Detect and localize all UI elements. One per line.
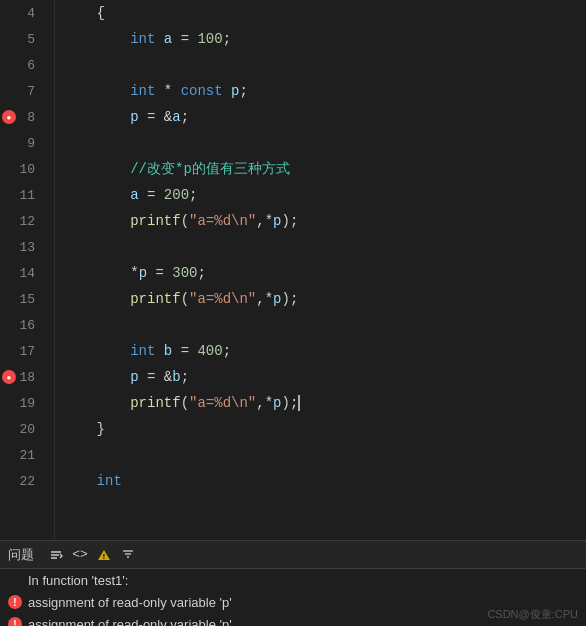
code-token: "a=%d\n" <box>189 291 256 307</box>
code-token <box>63 213 130 229</box>
code-token: int <box>97 473 122 489</box>
gutter-row: 6 <box>0 52 54 78</box>
svg-text:!: ! <box>102 552 107 561</box>
code-token: b <box>172 369 180 385</box>
code-token: p <box>130 109 138 125</box>
code-line: printf("a=%d\n",*p); <box>63 208 586 234</box>
code-token: 100 <box>197 31 222 47</box>
gutter-row: 13 <box>0 234 54 260</box>
gutter-row: 17 <box>0 338 54 364</box>
code-token: = <box>139 187 164 203</box>
gutter-row: 14 <box>0 260 54 286</box>
code-area[interactable]: { int a = 100; int * const p; p = &a; //… <box>55 0 586 540</box>
gutter-row: 19 <box>0 390 54 416</box>
gutter-row: 15 <box>0 286 54 312</box>
code-line: p = &a; <box>63 104 586 130</box>
gutter-row: 7 <box>0 78 54 104</box>
code-token <box>155 31 163 47</box>
gutter-row: 22 <box>0 468 54 494</box>
code-token: "a=%d\n" <box>189 213 256 229</box>
gutter-row: 12 <box>0 208 54 234</box>
code-line: int b = 400; <box>63 338 586 364</box>
code-line: //改变*p的值有三种方式 <box>63 156 586 182</box>
problems-title: 问题 <box>8 546 34 564</box>
code-line <box>63 130 586 156</box>
line-number: 16 <box>0 318 45 333</box>
error-indicator: ● <box>2 110 16 124</box>
code-line: printf("a=%d\n",*p); <box>63 286 586 312</box>
code-token <box>223 83 231 99</box>
code-token: = & <box>139 369 173 385</box>
code-token: 400 <box>197 343 222 359</box>
code-line: int * const p; <box>63 78 586 104</box>
gutter-row: 20 <box>0 416 54 442</box>
line-number: 15 <box>0 292 45 307</box>
code-token: ( <box>181 395 189 411</box>
code-token <box>63 343 130 359</box>
gutter-row: 5 <box>0 26 54 52</box>
problem-text: In function 'test1': <box>28 573 128 588</box>
code-token: * <box>155 83 180 99</box>
code-token <box>63 83 130 99</box>
code-token <box>63 291 130 307</box>
error-indicator: ● <box>2 370 16 384</box>
code-token: ; <box>181 369 189 385</box>
code-token: ; <box>189 187 197 203</box>
code-token: a <box>130 187 138 203</box>
code-token: p <box>273 291 281 307</box>
gutter-row: 10 <box>0 156 54 182</box>
line-number: 17 <box>0 344 45 359</box>
code-token: printf <box>130 213 180 229</box>
line-number: 4 <box>0 6 45 21</box>
toolbar-icons: <> ! <box>46 545 138 565</box>
code-token <box>63 31 130 47</box>
code-line <box>63 52 586 78</box>
filter-icon[interactable] <box>118 545 138 565</box>
warning-filter-icon[interactable]: ! <box>94 545 114 565</box>
code-line: p = &b; <box>63 364 586 390</box>
code-token: ; <box>223 31 231 47</box>
sort-icon[interactable] <box>46 545 66 565</box>
code-token: = <box>172 31 197 47</box>
gutter-row: 21 <box>0 442 54 468</box>
code-token: ); <box>281 395 300 411</box>
code-token: int <box>130 31 155 47</box>
code-line <box>63 442 586 468</box>
code-token: ( <box>181 291 189 307</box>
code-token: p <box>273 395 281 411</box>
code-token: p <box>130 369 138 385</box>
code-token <box>122 473 130 489</box>
code-token: = & <box>139 109 173 125</box>
code-token: 300 <box>172 265 197 281</box>
line-number: 13 <box>0 240 45 255</box>
code-token: ,* <box>256 213 273 229</box>
code-token: { <box>63 5 105 21</box>
code-token: ,* <box>256 291 273 307</box>
line-number: 5 <box>0 32 45 47</box>
code-token: ,* <box>256 395 273 411</box>
line-number: 22 <box>0 474 45 489</box>
line-number: 20 <box>0 422 45 437</box>
code-token: a <box>172 109 180 125</box>
code-token: } <box>63 421 105 437</box>
code-line: } <box>63 416 586 442</box>
line-number: 19 <box>0 396 45 411</box>
line-number: 14 <box>0 266 45 281</box>
editor-area: 4567●891011121314151617●1819202122 { int… <box>0 0 586 540</box>
code-token: //改变*p的值有三种方式 <box>130 160 290 178</box>
problem-text: assignment of read-only variable 'p' <box>28 595 232 610</box>
code-token: a <box>164 31 172 47</box>
code-line <box>63 234 586 260</box>
collapse-icon[interactable]: <> <box>70 545 90 565</box>
code-token: ); <box>281 213 298 229</box>
code-token <box>63 369 130 385</box>
error-icon: ! <box>8 595 22 609</box>
problem-section-item: In function 'test1': <box>0 569 586 591</box>
code-line: { <box>63 0 586 26</box>
gutter-row: 11 <box>0 182 54 208</box>
code-token <box>63 109 130 125</box>
code-token: = <box>147 265 172 281</box>
gutter-row: 4 <box>0 0 54 26</box>
code-token: p <box>273 213 281 229</box>
code-token: int <box>130 83 155 99</box>
